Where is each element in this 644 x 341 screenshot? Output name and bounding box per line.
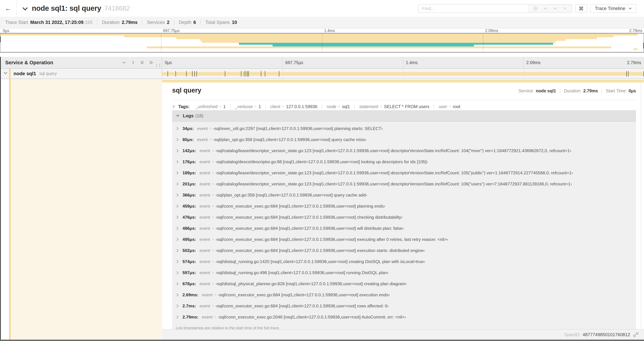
equals-sign: = bbox=[212, 160, 214, 164]
log-timestamp: 189μs: bbox=[182, 171, 196, 175]
trace-view-select[interactable]: Trace Timeline bbox=[590, 4, 636, 13]
tags-label: Tags: bbox=[178, 104, 190, 109]
keyboard-shortcuts-button[interactable]: ⌘ bbox=[575, 4, 587, 13]
log-row[interactable]: 189μs:event=‹sql/catalog/lease/descripto… bbox=[172, 167, 636, 178]
equals-sign: = bbox=[212, 304, 214, 308]
log-row[interactable]: 366μs:event=‹sql/plan_opt.go:358 [nsql1,… bbox=[172, 190, 636, 201]
log-marker-tick bbox=[186, 71, 186, 77]
next-result-icon[interactable] bbox=[552, 5, 558, 12]
log-row[interactable]: 495μs:event=‹sql/conn_executor_exec.go:6… bbox=[172, 234, 636, 245]
log-row[interactable]: 142μs:event=‹sql/catalog/lease/descripto… bbox=[172, 145, 636, 156]
chevron-down-icon[interactable] bbox=[4, 72, 8, 75]
chevron-right-icon bbox=[176, 226, 179, 230]
log-field-value: ‹sql/conn_executor_exec.go:684 [nsql1,cl… bbox=[218, 292, 390, 297]
log-timestamp: 2.7ms: bbox=[182, 303, 196, 308]
right-scrubber-grip[interactable] bbox=[643, 43, 644, 49]
service-operation-header: Service & Operation bbox=[0, 57, 162, 68]
log-row[interactable]: 502μs:event=‹sql/conn_executor_exec.go:6… bbox=[172, 245, 636, 256]
chevron-right-icon bbox=[176, 204, 179, 208]
log-timestamp: 597μs: bbox=[182, 270, 196, 275]
find-box: × bbox=[418, 4, 572, 13]
log-row[interactable]: 80μs:event=‹sql/plan_opt.go:358 [nsql1,c… bbox=[172, 134, 636, 145]
chevron-right-icon bbox=[176, 293, 179, 297]
log-field-name: event bbox=[200, 148, 210, 153]
minimap-span-bar bbox=[634, 48, 638, 50]
log-row[interactable]: 176μs:event=‹sql/catalog/descs/descripto… bbox=[172, 156, 636, 167]
span-row[interactable]: node sql1 sql query bbox=[0, 69, 644, 79]
log-row[interactable]: 476μs:event=‹sql/conn_executor_exec.go:6… bbox=[172, 212, 636, 223]
equals-sign: = bbox=[209, 126, 212, 131]
clear-search-icon[interactable]: × bbox=[562, 5, 568, 12]
chevron-right-icon bbox=[176, 304, 179, 308]
log-row[interactable]: 597μs:event=‹sql/distsql_running.go:498 … bbox=[172, 267, 636, 278]
log-row[interactable]: 2.7ms:event=‹sql/conn_executor_exec.go:6… bbox=[172, 300, 636, 311]
tag-value: sql1 bbox=[342, 104, 350, 109]
timeline-tick: 697.75μs bbox=[161, 29, 180, 33]
timeline-tick: 0μs bbox=[0, 29, 9, 33]
equals-sign: = bbox=[212, 270, 214, 275]
summary-value: 6 bbox=[193, 20, 196, 25]
span-tree-column bbox=[0, 79, 162, 339]
minimap-span-bar bbox=[202, 41, 556, 43]
log-timestamp: 80μs: bbox=[182, 137, 194, 142]
back-button[interactable]: ← bbox=[0, 0, 16, 17]
minimap-left-scrubber[interactable] bbox=[0, 34, 0, 52]
log-field-value: ‹sql/exec_util.go:2297 [nsql1,client=127… bbox=[213, 126, 383, 131]
find-input[interactable] bbox=[418, 5, 528, 13]
span-row-name-column: node sql1 sql query bbox=[0, 69, 162, 79]
chevron-right-icon bbox=[176, 182, 179, 186]
tags-accordion-header[interactable]: Tags: _unfinished=1_verbose=1client=127.… bbox=[172, 102, 636, 111]
log-row[interactable]: 201μs:event=‹sql/catalog/lease/descripto… bbox=[172, 178, 636, 190]
chevron-down-icon[interactable] bbox=[122, 60, 126, 65]
locate-icon[interactable] bbox=[532, 5, 538, 12]
minimap-span-bar bbox=[176, 37, 597, 39]
equals-sign: = bbox=[214, 315, 216, 319]
double-chevron-down-icon[interactable] bbox=[140, 60, 144, 65]
span-duration-bar[interactable] bbox=[162, 72, 644, 76]
log-field-value: ‹sql/catalog/lease/descriptor_version_st… bbox=[216, 182, 572, 186]
column-resizer-grip[interactable] bbox=[156, 64, 160, 67]
tag-value: 1 bbox=[258, 104, 261, 109]
minimap-canvas[interactable] bbox=[0, 33, 644, 53]
minimap-gridline bbox=[161, 34, 161, 52]
minimap-span-bar bbox=[124, 36, 614, 38]
log-marker-tick bbox=[628, 71, 628, 77]
span-duration-bar-detail[interactable] bbox=[162, 80, 644, 83]
chevron-right-icon[interactable] bbox=[131, 60, 136, 65]
log-row[interactable]: 2.69ms:event=‹sql/conn_executor_exec.go:… bbox=[172, 289, 636, 300]
tag-item: _unfinished=1 bbox=[191, 104, 230, 109]
page-title: node sql1: sql query bbox=[32, 4, 101, 13]
chevron-down-icon bbox=[176, 114, 180, 117]
log-row[interactable]: 34μs:event=‹sql/exec_util.go:2297 [nsql1… bbox=[172, 123, 636, 134]
log-field-value: ‹sql/conn_executor_exec.go:684 [nsql1,cl… bbox=[216, 237, 448, 242]
log-row[interactable]: 2.79ms:event=‹sql/conn_executor_exec.go:… bbox=[172, 311, 636, 323]
log-timestamp: 459μs: bbox=[182, 204, 196, 209]
tick-label: 697.75μs bbox=[163, 29, 180, 33]
log-row[interactable]: 486μs:event=‹sql/conn_executor_exec.go:6… bbox=[172, 223, 636, 234]
log-row[interactable]: 574μs:event=‹sql/distsql_running.go:1420… bbox=[172, 256, 636, 267]
logs-accordion-header[interactable]: Logs (18) bbox=[172, 110, 636, 122]
log-field-name: event bbox=[200, 193, 210, 198]
log-row[interactable]: 678μs:event=‹sql/distsql_physical_planne… bbox=[172, 278, 636, 289]
trace-view-label: Trace Timeline bbox=[595, 6, 625, 11]
logs-label: Logs bbox=[183, 113, 194, 119]
link-icon[interactable] bbox=[633, 332, 638, 337]
tick-label: 2.79ms bbox=[627, 60, 641, 65]
log-row[interactable]: 459μs:event=‹sql/conn_executor_exec.go:6… bbox=[172, 201, 636, 212]
span-detail-meta: Service:node sql1Duration:2.79msStart Ti… bbox=[518, 88, 636, 93]
double-chevron-right-icon[interactable] bbox=[149, 60, 154, 65]
tag-item: user=root bbox=[434, 104, 465, 109]
tag-key: user bbox=[439, 104, 447, 109]
service-color-stripe bbox=[9, 69, 11, 79]
prev-result-icon[interactable] bbox=[542, 5, 548, 12]
log-marker-tick bbox=[244, 71, 244, 77]
log-field-value: ‹sql/distsql_running.go:1420 [nsql1,clie… bbox=[216, 259, 425, 264]
trace-timeline-page: ← node sql1: sql query 7418682 bbox=[0, 0, 644, 341]
command-icon: ⌘ bbox=[578, 6, 584, 12]
collapse-trace-chevron-icon[interactable] bbox=[22, 7, 28, 11]
service-color-stripe bbox=[9, 79, 11, 339]
equals-sign: = bbox=[212, 281, 214, 286]
log-field-value: ‹sql/catalog/descs/descriptor.go:98 [nsq… bbox=[216, 159, 428, 164]
log-field-name: event bbox=[202, 315, 212, 319]
left-scrubber-grip[interactable] bbox=[0, 36, 1, 42]
